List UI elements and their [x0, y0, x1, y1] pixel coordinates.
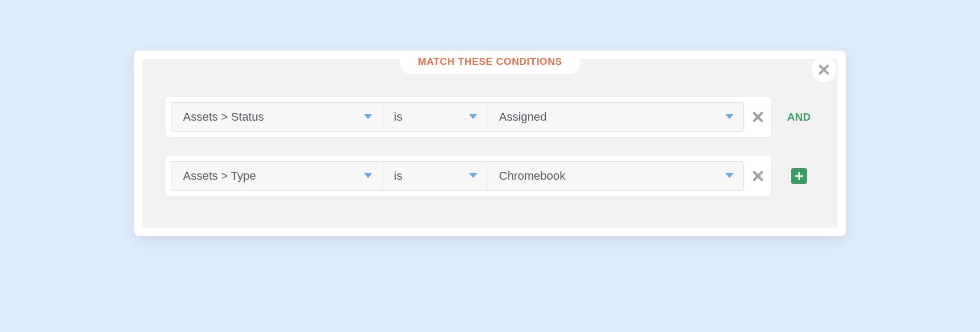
title-tab: MATCH THESE CONDITIONS — [400, 51, 580, 74]
svg-marker-2 — [725, 114, 734, 119]
add-condition-button[interactable] — [791, 168, 807, 184]
condition-card: Assets > Type is Chromebook — [166, 156, 771, 196]
chevron-down-icon — [725, 173, 734, 179]
field-select[interactable]: Assets > Status — [171, 102, 382, 132]
panel-title: MATCH THESE CONDITIONS — [418, 56, 562, 67]
chevron-down-icon — [364, 114, 372, 120]
field-select-value: Assets > Status — [183, 110, 264, 124]
logic-connector[interactable]: AND — [784, 111, 814, 123]
logic-connector-label: AND — [787, 111, 811, 123]
svg-marker-4 — [469, 173, 477, 178]
conditions-card: MATCH THESE CONDITIONS Assets > Status i… — [134, 51, 846, 236]
add-condition-slot — [784, 168, 814, 184]
remove-condition-button[interactable] — [744, 170, 766, 182]
chevron-down-icon — [364, 173, 372, 179]
value-select-value: Assigned — [499, 110, 547, 124]
condition-row: Assets > Status is Assigned — [166, 97, 814, 137]
chevron-down-icon — [469, 173, 477, 179]
svg-marker-1 — [469, 114, 477, 119]
value-select-value: Chromebook — [499, 169, 565, 183]
close-icon — [818, 64, 830, 75]
remove-condition-button[interactable] — [744, 111, 766, 123]
operator-select[interactable]: is — [382, 102, 487, 132]
close-icon — [752, 111, 764, 123]
chevron-down-icon — [469, 114, 477, 120]
close-card-button[interactable] — [811, 57, 837, 82]
svg-marker-0 — [364, 114, 372, 119]
condition-card: Assets > Status is Assigned — [166, 97, 771, 137]
operator-select-value: is — [394, 110, 402, 124]
conditions-panel: Assets > Status is Assigned — [142, 59, 838, 228]
field-select-value: Assets > Type — [183, 169, 256, 183]
close-icon — [752, 170, 764, 182]
value-select[interactable]: Chromebook — [487, 161, 744, 191]
operator-select-value: is — [394, 169, 402, 183]
operator-select[interactable]: is — [382, 161, 487, 191]
value-select[interactable]: Assigned — [487, 102, 744, 132]
svg-marker-3 — [364, 173, 372, 178]
svg-marker-5 — [725, 173, 734, 178]
plus-icon — [795, 172, 803, 180]
condition-row: Assets > Type is Chromebook — [166, 156, 814, 196]
chevron-down-icon — [725, 114, 734, 120]
field-select[interactable]: Assets > Type — [171, 161, 382, 191]
